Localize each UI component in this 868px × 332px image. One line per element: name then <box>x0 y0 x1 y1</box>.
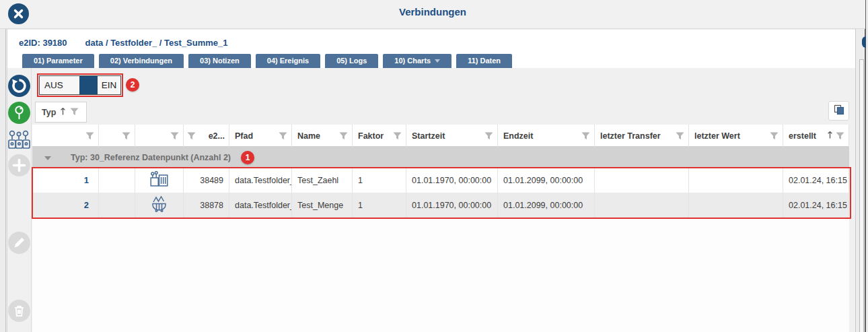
tab-label: 11) Daten <box>468 54 501 68</box>
table-row[interactable]: 2 38878 data.Testfolder_ Test_Menge 1 <box>32 193 849 218</box>
window-right-border <box>865 0 866 332</box>
tab-label: 03) Notizen <box>200 54 240 68</box>
sort-up-icon <box>827 131 833 141</box>
panel-right-border <box>855 29 856 332</box>
column-label: Name <box>297 131 320 141</box>
cell-name: Test_Zaehl <box>292 168 353 193</box>
cell-letzter-wert <box>689 193 783 218</box>
cell-type-icon <box>135 168 184 193</box>
cell-faktor: 1 <box>353 168 406 193</box>
close-icon <box>8 15 29 26</box>
counter-datapoint-icon <box>150 171 168 189</box>
group-row-typ[interactable]: Typ: 30_Referenz Datenpunkt (Anzahl 2) 1 <box>32 147 849 168</box>
groupby-field-label: Typ <box>42 108 56 117</box>
cell-type-icon <box>135 193 184 218</box>
refresh-icon <box>8 75 30 97</box>
column-label: e2... <box>209 131 225 141</box>
cell-letzter-transfer <box>595 193 689 218</box>
column-header-endzeit[interactable]: Endzeit <box>498 125 595 147</box>
column-header-erstellt[interactable]: erstellt <box>783 125 849 147</box>
chevron-down-icon <box>435 59 440 63</box>
toggle-knob <box>79 76 98 94</box>
title-bar: Verbindungen <box>0 0 865 29</box>
column-header-faktor[interactable]: Faktor <box>353 125 406 147</box>
cell-name: Test_Menge <box>292 193 353 218</box>
filter-icon <box>836 132 844 140</box>
collapse-caret-icon[interactable] <box>44 153 51 162</box>
tab-parameter[interactable]: 01) Parameter <box>22 54 94 68</box>
tab-ereignis[interactable]: 04) Ereignis <box>256 54 320 68</box>
copy-grid-button[interactable] <box>828 101 849 121</box>
quantity-datapoint-icon <box>150 196 168 214</box>
sort-up-icon <box>60 106 66 119</box>
column-header-rownum[interactable] <box>32 125 99 147</box>
cell-pfad: data.Testfolder_ <box>229 193 292 218</box>
filter-icon <box>279 132 287 140</box>
cell-erstellt: 02.01.24, 16:15 <box>783 168 849 193</box>
column-header-name[interactable]: Name <box>292 125 353 147</box>
tab-verbindungen[interactable]: 02) Verbindungen <box>99 54 184 68</box>
e2id-label: e2ID: 39180 <box>19 38 67 48</box>
tab-charts[interactable]: 10) Charts <box>383 54 451 68</box>
filter-icon <box>170 132 179 140</box>
background-panel-edge <box>859 59 864 332</box>
groupby-chip-typ[interactable]: Typ <box>35 102 87 123</box>
refresh-button[interactable] <box>8 75 30 97</box>
cell-empty <box>99 168 135 193</box>
column-header-letzter-wert[interactable]: letzter Wert <box>689 125 783 147</box>
annotation-badge-1: 1 <box>241 151 254 164</box>
tab-daten[interactable]: 11) Daten <box>456 54 512 68</box>
cell-startzeit: 01.01.1970, 00:00:00 <box>406 168 498 193</box>
filter-icon <box>339 132 348 140</box>
annotation-badge-2: 2 <box>126 78 139 92</box>
column-label: Pfad <box>235 131 253 141</box>
filter-icon <box>70 106 79 119</box>
add-button[interactable] <box>8 154 30 176</box>
column-header-letzter-transfer[interactable]: letzter Transfer <box>595 125 689 147</box>
breadcrumb: e2ID: 39180 data / Testfolder_ / Test_Su… <box>19 38 228 48</box>
column-header-pfad[interactable]: Pfad <box>229 125 292 147</box>
filter-icon <box>484 132 493 140</box>
copy-icon <box>834 104 844 118</box>
trash-icon <box>8 300 30 322</box>
close-button[interactable] <box>8 3 29 24</box>
connections-button[interactable] <box>7 130 30 150</box>
cell-e2id: 38878 <box>184 193 229 218</box>
cell-erstellt: 02.01.24, 16:15 <box>783 193 849 218</box>
sidebar-separator <box>31 68 32 332</box>
column-header-startzeit[interactable]: Startzeit <box>406 125 498 147</box>
column-header-typeicon[interactable] <box>135 125 184 147</box>
tab-logs[interactable]: 05) Logs <box>325 54 378 68</box>
aus-ein-toggle[interactable]: AUS EIN <box>39 75 121 95</box>
edit-button[interactable] <box>8 232 30 254</box>
window-left-border <box>5 0 6 332</box>
cell-rownum: 2 <box>32 193 99 218</box>
filter-icon <box>187 132 196 140</box>
toggle-on-label: EIN <box>98 76 120 94</box>
tab-bar: 01) Parameter 02) Verbindungen 03) Notiz… <box>22 54 512 68</box>
column-label: Faktor <box>358 131 384 141</box>
filter-icon <box>393 132 402 140</box>
column-header-e2id[interactable]: e2... <box>184 125 229 147</box>
column-label: letzter Transfer <box>600 131 661 141</box>
verbindungen-window: Verbindungen e2ID: 39180 data / Testfold… <box>0 0 868 332</box>
tab-notizen[interactable]: 03) Notizen <box>188 54 251 68</box>
cell-letzter-wert <box>689 168 783 193</box>
table-row[interactable]: 1 38489 data.Testfolder_ Test_Zaehl 1 01… <box>32 168 849 193</box>
pin-icon <box>8 102 30 124</box>
pin-button[interactable] <box>8 102 30 124</box>
filter-icon <box>770 132 779 140</box>
cell-pfad: data.Testfolder_ <box>229 168 292 193</box>
plus-icon <box>8 154 30 176</box>
column-label: Endzeit <box>503 131 533 141</box>
connections-icon <box>7 130 30 150</box>
cell-endzeit: 01.01.2099, 00:00:00 <box>498 193 595 218</box>
column-header-empty[interactable] <box>99 125 135 147</box>
cell-faktor: 1 <box>353 193 406 218</box>
page-title: Verbindungen <box>0 6 865 18</box>
cell-e2id: 38489 <box>184 168 229 193</box>
filter-icon <box>85 132 94 140</box>
column-label: Startzeit <box>412 131 445 141</box>
column-label: erstellt <box>789 131 816 141</box>
delete-button[interactable] <box>8 300 30 322</box>
